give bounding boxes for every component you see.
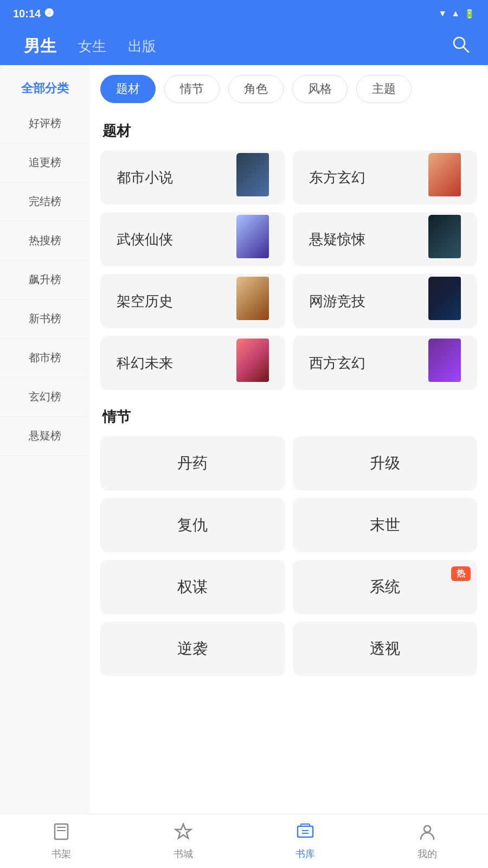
cover-western: [428, 339, 461, 382]
genre-label-wuxia: 武侠仙侠: [117, 230, 173, 249]
genre-img-wuxia: [236, 215, 274, 264]
plot-section: 情节 丹药 升级 复仇 末世 权谋 系统: [89, 399, 488, 685]
svg-rect-5: [298, 826, 313, 837]
genre-section: 题材 都市小说 东方玄幻 武侠仙侠: [89, 113, 488, 399]
genre-card-urban[interactable]: 都市小说: [100, 150, 285, 205]
genre-img-scifi: [236, 339, 274, 387]
sidebar-item-wanjie[interactable]: 完结榜: [0, 182, 89, 221]
signal-icon: ▲: [451, 9, 460, 18]
genre-card-eastern[interactable]: 东方玄幻: [293, 150, 478, 205]
tag-label-fuchou: 复仇: [177, 515, 208, 535]
wifi-icon: ▼: [438, 9, 447, 18]
tag-card-nixi[interactable]: 逆袭: [100, 622, 285, 676]
genre-label-scifi: 科幻未来: [117, 354, 173, 373]
sidebar-item-biaosheng[interactable]: 飙升榜: [0, 260, 89, 299]
genre-card-game[interactable]: 网游竞技: [293, 274, 478, 328]
bottom-nav-bookstore-label: 书城: [174, 847, 193, 860]
profile-icon: [418, 822, 437, 844]
tag-label-quanmou: 权谋: [177, 577, 208, 597]
svg-rect-6: [301, 824, 310, 826]
genre-card-scifi[interactable]: 科幻未来: [100, 336, 285, 390]
genre-img-urban: [236, 153, 274, 202]
filter-tab-fengge[interactable]: 风格: [292, 75, 348, 103]
genre-label-urban: 都市小说: [117, 168, 173, 187]
bottom-nav-bookshelf-label: 书架: [52, 847, 71, 860]
genre-img-history: [236, 277, 274, 326]
genre-label-western: 西方玄幻: [309, 354, 365, 373]
bottom-nav: 书架 书城 书库 我的: [0, 814, 488, 868]
library-icon: [296, 822, 315, 844]
tag-label-nixi: 逆袭: [177, 639, 208, 659]
svg-rect-2: [55, 824, 68, 839]
nav-tab-publish[interactable]: 出版: [117, 33, 167, 60]
sidebar-item-haoping[interactable]: 好评榜: [0, 104, 89, 143]
genre-grid: 都市小说 东方玄幻 武侠仙侠: [100, 150, 477, 390]
status-bar-right: ▼ ▲ 🔋: [438, 9, 475, 19]
cover-urban: [236, 153, 269, 196]
translate-icon: 🅐: [45, 9, 54, 18]
sidebar-item-xinshu[interactable]: 新书榜: [0, 299, 89, 339]
tag-card-xitong[interactable]: 系统 热: [293, 560, 478, 614]
tag-card-fuchuo[interactable]: 复仇: [100, 498, 285, 552]
cover-eastern: [428, 153, 461, 196]
genre-img-game: [428, 277, 466, 326]
tag-grid: 丹药 升级 复仇 末世 权谋 系统 热: [100, 436, 477, 676]
filter-tab-ticai[interactable]: 题材: [100, 75, 156, 103]
sidebar-item-resou[interactable]: 热搜榜: [0, 221, 89, 260]
bottom-nav-library[interactable]: 书库: [296, 822, 315, 860]
bottom-nav-profile-label: 我的: [418, 847, 437, 860]
svg-point-0: [454, 37, 465, 48]
cover-scifi: [236, 339, 269, 382]
content-area: 题材 情节 角色 风格 主题 题材 都市小说 东方玄幻: [89, 65, 488, 846]
nav-tab-female[interactable]: 女生: [67, 33, 117, 60]
genre-img-eastern: [428, 153, 466, 202]
sidebar-item-zhuigeng[interactable]: 追更榜: [0, 143, 89, 182]
status-bar-left: 10:14 🅐: [13, 8, 54, 20]
sidebar-item-xuanyi[interactable]: 悬疑榜: [0, 417, 89, 456]
bottom-nav-bookshelf[interactable]: 书架: [52, 822, 71, 860]
tag-card-moshi[interactable]: 末世: [293, 498, 478, 552]
svg-point-9: [424, 826, 431, 832]
main-container: 全部分类 好评榜 追更榜 完结榜 热搜榜 飙升榜 新书榜 都市榜 玄幻榜 悬疑榜…: [0, 65, 488, 846]
sidebar-item-xuanhuan[interactable]: 玄幻榜: [0, 378, 89, 417]
search-button[interactable]: [447, 30, 475, 62]
battery-icon: 🔋: [464, 9, 475, 19]
cover-mystery: [428, 215, 461, 258]
bookshelf-icon: [52, 822, 71, 844]
time-display: 10:14: [13, 8, 41, 20]
tag-label-danyao: 丹药: [177, 453, 208, 474]
tag-card-danyao[interactable]: 丹药: [100, 436, 285, 490]
genre-label-eastern: 东方玄幻: [309, 168, 365, 187]
tag-label-shengji: 升级: [370, 453, 400, 474]
genre-card-western[interactable]: 西方玄幻: [293, 336, 478, 390]
bottom-nav-profile[interactable]: 我的: [418, 822, 437, 860]
top-nav: 男生 女生 出版: [0, 27, 488, 65]
nav-tab-male[interactable]: 男生: [13, 31, 67, 62]
genre-card-mystery[interactable]: 悬疑惊悚: [293, 212, 478, 266]
genre-label-history: 架空历史: [117, 292, 173, 311]
genre-card-wuxia[interactable]: 武侠仙侠: [100, 212, 285, 266]
nav-tabs: 男生 女生 出版: [13, 31, 447, 62]
tag-card-quanmou[interactable]: 权谋: [100, 560, 285, 614]
sidebar-item-dushi[interactable]: 都市榜: [0, 339, 89, 378]
genre-card-history[interactable]: 架空历史: [100, 274, 285, 328]
plot-section-title: 情节: [100, 407, 477, 426]
bottom-nav-bookstore[interactable]: 书城: [174, 822, 193, 860]
tag-label-xitong: 系统: [370, 577, 400, 597]
filter-tabs: 题材 情节 角色 风格 主题: [89, 65, 488, 113]
svg-line-1: [464, 47, 468, 52]
tag-card-shenj[interactable]: 升级: [293, 436, 478, 490]
bookstore-icon: [174, 822, 193, 844]
genre-label-game: 网游竞技: [309, 292, 365, 311]
tag-label-moshi: 末世: [370, 515, 400, 535]
genre-img-mystery: [428, 215, 466, 264]
genre-img-western: [428, 339, 466, 387]
cover-game: [428, 277, 461, 320]
genre-section-title: 题材: [100, 122, 477, 141]
filter-tab-qingjie[interactable]: 情节: [164, 75, 220, 103]
tag-card-toushi[interactable]: 透视: [293, 622, 478, 676]
filter-tab-zhuti[interactable]: 主题: [356, 75, 412, 103]
filter-tab-juese[interactable]: 角色: [228, 75, 284, 103]
status-bar: 10:14 🅐 ▼ ▲ 🔋: [0, 0, 488, 27]
hot-badge-xitong: 热: [451, 566, 471, 581]
